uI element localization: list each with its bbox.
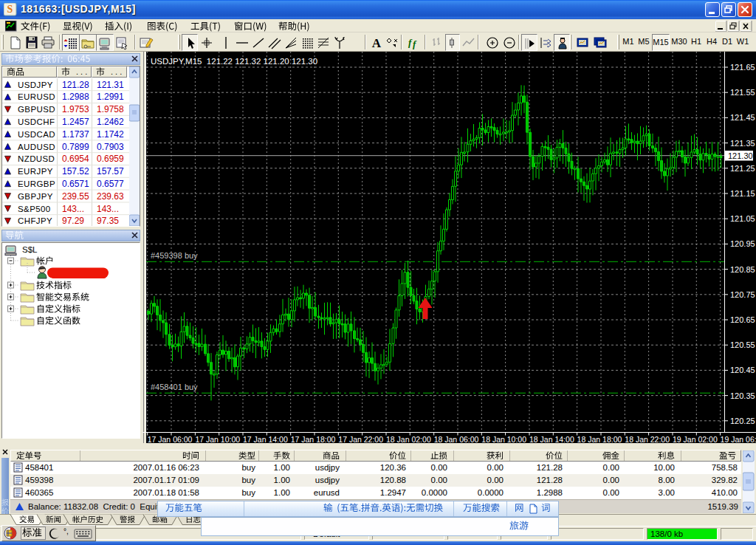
svg-text:buy: buy <box>241 488 255 497</box>
svg-text:0.00: 0.00 <box>487 476 504 484</box>
svg-text:usdjpy: usdjpy <box>315 463 340 472</box>
svg-text:0.00: 0.00 <box>603 463 619 472</box>
svg-text:410.00: 410.00 <box>712 488 738 497</box>
svg-text:120.88: 120.88 <box>380 476 406 484</box>
svg-text:0.0000: 0.0000 <box>422 488 447 497</box>
svg-text:2007.01.18 01:58: 2007.01.18 01:58 <box>133 488 199 497</box>
svg-text:0.0000: 0.0000 <box>478 488 504 497</box>
svg-text:1.2947: 1.2947 <box>380 488 406 497</box>
svg-text:1.00: 1.00 <box>274 488 290 497</box>
svg-text:buy: buy <box>241 463 255 472</box>
svg-text:1.2988: 1.2988 <box>537 488 563 497</box>
svg-text:329.82: 329.82 <box>712 476 738 484</box>
svg-text:3.00: 3.00 <box>659 488 675 497</box>
svg-text:121.28: 121.28 <box>537 476 563 484</box>
svg-text:usdjpy: usdjpy <box>315 476 340 484</box>
svg-text:eurusd: eurusd <box>314 488 340 497</box>
svg-text:8.00: 8.00 <box>659 476 675 484</box>
svg-text:10.00: 10.00 <box>653 463 675 472</box>
svg-text:0.00: 0.00 <box>431 463 447 472</box>
svg-text:0.00: 0.00 <box>487 463 504 472</box>
svg-text:0.00: 0.00 <box>603 476 619 484</box>
svg-text:460365: 460365 <box>25 488 53 497</box>
svg-text:2007.01.16 06:23: 2007.01.16 06:23 <box>133 463 199 472</box>
svg-text:0.00: 0.00 <box>431 476 447 484</box>
svg-text:758.58: 758.58 <box>712 463 738 472</box>
svg-text:121.28: 121.28 <box>537 463 563 472</box>
svg-text:1.00: 1.00 <box>274 476 290 484</box>
svg-text:120.36: 120.36 <box>380 463 406 472</box>
svg-text:1.00: 1.00 <box>274 463 290 472</box>
svg-text:459398: 459398 <box>25 476 53 484</box>
svg-text:2007.01.17 01:09: 2007.01.17 01:09 <box>133 476 199 484</box>
svg-text:0.00: 0.00 <box>603 488 619 497</box>
svg-text:buy: buy <box>241 476 255 484</box>
svg-text:458401: 458401 <box>25 463 53 472</box>
